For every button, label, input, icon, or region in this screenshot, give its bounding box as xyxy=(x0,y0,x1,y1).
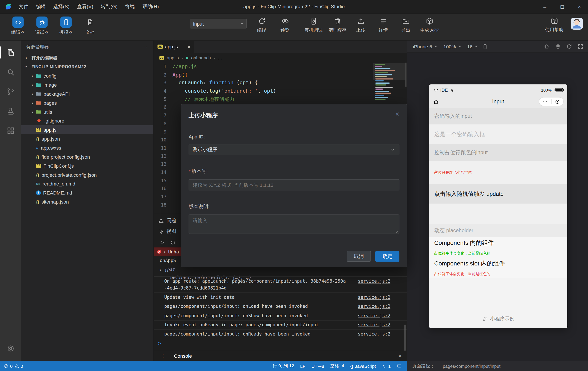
sim-section-input-empty[interactable] xyxy=(429,204,567,224)
indent-indicator[interactable]: 空格: 4 xyxy=(330,363,344,369)
help-button[interactable]: 使用帮助 xyxy=(545,17,563,33)
problems-indicator[interactable]: 0 0 xyxy=(4,363,23,369)
log-source-link[interactable]: service.js:2 xyxy=(358,312,390,319)
minimap[interactable] xyxy=(375,64,402,101)
sim-section-input-placeholder[interactable]: 这是一个密码输入框 xyxy=(429,124,567,144)
minimap-viewport[interactable] xyxy=(373,63,406,80)
log-source-link[interactable]: service.js:2 xyxy=(358,303,390,310)
code-line[interactable]: 2App({ xyxy=(154,71,407,79)
tree-item-gitignore[interactable]: .gitignore xyxy=(21,116,154,125)
activity-extensions[interactable] xyxy=(0,121,21,140)
clear-cache-button[interactable]: 清理缓存 xyxy=(328,17,346,33)
activity-test[interactable] xyxy=(0,101,21,121)
more-icon[interactable] xyxy=(542,99,548,104)
tab-close-icon[interactable]: × xyxy=(188,44,190,50)
menu-item[interactable]: 帮助(H) xyxy=(138,0,163,13)
breadcrumb-item-file[interactable]: app.js xyxy=(167,55,179,60)
tree-item-image[interactable]: ›image xyxy=(21,80,154,89)
close-capsule-icon[interactable] xyxy=(555,99,560,104)
tree-item-packageapi[interactable]: ›packageAPI xyxy=(21,89,154,98)
sim-section-input-red-small[interactable]: 占位符是红色小号字体 xyxy=(429,161,567,184)
device-select[interactable]: iPhone 5 xyxy=(411,44,439,49)
code-line[interactable]: 1//app.js xyxy=(154,62,407,71)
minimize-button[interactable]: – xyxy=(536,0,553,13)
log-source-link[interactable]: service.js:2 xyxy=(358,294,390,301)
tree-item-finclipconf-js[interactable]: JSFinClipConf.js xyxy=(21,161,154,170)
project-root-row[interactable]: ›FINCLIP-MINIPROGRAM22 xyxy=(21,62,154,71)
breadcrumb-item-symbol[interactable]: onLaunch xyxy=(191,55,211,60)
search-combobox[interactable]: input xyxy=(190,19,247,28)
user-avatar[interactable] xyxy=(571,18,583,30)
screen-button[interactable] xyxy=(397,364,402,369)
tree-item-sitemap-json[interactable]: {}sitemap.json xyxy=(21,197,154,206)
tree-item-pages[interactable]: ›pages xyxy=(21,98,154,107)
language-indicator[interactable]: {}JavaScript xyxy=(350,363,376,369)
breadcrumb-item-more[interactable]: … xyxy=(218,55,222,60)
notifications-button[interactable]: 1 xyxy=(382,363,391,369)
remote-debug-button[interactable]: 真机调试 xyxy=(304,17,323,33)
sim-section-input-red-small2[interactable]: 占位符字体会变化，当前是红色的 xyxy=(429,270,567,278)
dialog-close-icon[interactable]: × xyxy=(395,110,399,118)
menu-item[interactable]: 选择(S) xyxy=(50,0,73,13)
zoom-select[interactable]: 100% xyxy=(442,44,462,49)
activity-explorer[interactable] xyxy=(0,43,21,62)
ok-button[interactable]: 确定 xyxy=(375,251,399,262)
editor-button[interactable]: 编辑器 xyxy=(8,17,28,36)
cancel-button[interactable]: 取消 xyxy=(347,251,371,262)
eol-indicator[interactable]: LF xyxy=(300,363,305,369)
tree-item-app-wxss[interactable]: #app.wxss xyxy=(21,143,154,152)
drag-handle-icon[interactable]: ⋮ xyxy=(161,353,166,359)
docs-button[interactable]: 文档 xyxy=(80,17,100,36)
fullscreen-icon[interactable] xyxy=(578,43,584,50)
tab-app-js[interactable]: JS app.js × xyxy=(154,41,194,53)
expand-icon[interactable]: ▶ xyxy=(160,268,162,272)
tree-item-app-json[interactable]: {}app.json xyxy=(21,134,154,143)
export-button[interactable]: 导出 xyxy=(398,17,414,33)
problems-tab[interactable]: 问题 xyxy=(158,216,176,224)
refresh-icon[interactable] xyxy=(566,43,572,50)
log-source-link[interactable]: service.js:2 xyxy=(358,330,390,338)
editor-scrollbar[interactable] xyxy=(405,62,407,87)
activity-source-control[interactable] xyxy=(0,82,21,101)
tree-item-project-private-config-json[interactable]: {}project.private.config.json xyxy=(21,170,154,179)
cursor-position[interactable]: 行 9, 列 12 xyxy=(273,363,294,369)
home-icon[interactable] xyxy=(433,98,439,105)
console-prompt[interactable]: > xyxy=(154,338,407,346)
fontsize-select[interactable]: 16 xyxy=(466,44,479,49)
gen-app-button[interactable]: 生成 APP xyxy=(420,17,440,33)
console-scrollbar[interactable] xyxy=(404,325,406,352)
simulator-button[interactable]: 模拟器 xyxy=(56,17,76,36)
panel-close-icon[interactable]: × xyxy=(398,352,402,359)
encoding-indicator[interactable]: UTF-8 xyxy=(311,363,324,369)
desc-textarea[interactable] xyxy=(189,215,399,234)
menu-item[interactable]: 文件 xyxy=(15,0,32,13)
version-input[interactable] xyxy=(189,179,399,190)
menu-item[interactable]: 终端 xyxy=(121,0,138,13)
appid-select[interactable]: 测试小程序 xyxy=(189,144,399,155)
sim-section-input-green-small[interactable]: 占位符字体会变化，当前是绿色的 xyxy=(429,249,567,258)
log-source-link[interactable]: service.js:2 xyxy=(358,321,390,328)
log-source-link[interactable]: service.js:2 xyxy=(358,278,390,285)
settings-button[interactable] xyxy=(0,339,21,358)
tree-item-app-js[interactable]: JSapp.js xyxy=(21,125,154,134)
open-editors-row[interactable]: ›打开的编辑器 xyxy=(21,53,154,62)
close-button[interactable]: × xyxy=(571,0,588,13)
tree-item-config[interactable]: ›config xyxy=(21,71,154,80)
location-icon[interactable] xyxy=(555,43,561,50)
compile-button[interactable]: 编译 xyxy=(253,17,270,33)
device-rotate-icon[interactable] xyxy=(482,44,488,49)
menu-item[interactable]: 查看(V) xyxy=(73,0,97,13)
debugger-button[interactable]: 调试器 xyxy=(32,17,52,36)
menu-item[interactable]: 编辑 xyxy=(32,0,50,13)
tree-item-readme-en-md[interactable]: M↓readme_en.md xyxy=(21,179,154,188)
console-tab[interactable]: Console xyxy=(174,353,192,359)
code-line[interactable]: 4 console.log('onLaunch: ', opt) xyxy=(154,87,407,95)
page-path-select[interactable]: 页面路径 ▴▾ xyxy=(412,363,433,369)
home-icon[interactable] xyxy=(544,43,550,50)
more-actions-icon[interactable]: ⋯ xyxy=(142,43,148,50)
activity-search[interactable] xyxy=(0,62,21,82)
preview-button[interactable]: 预览 xyxy=(277,17,293,33)
mini-program-footer-link[interactable]: 小程序示例 xyxy=(429,315,567,322)
menu-item[interactable]: 转到(G) xyxy=(97,0,121,13)
details-button[interactable]: 详情 xyxy=(375,17,391,33)
